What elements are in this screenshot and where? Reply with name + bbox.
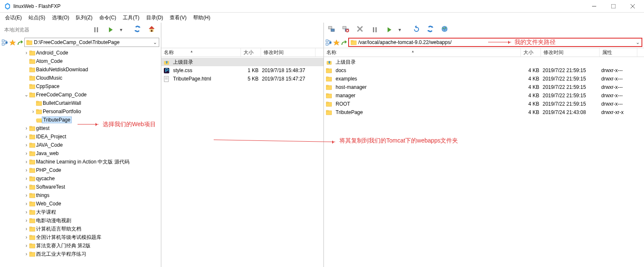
menu-item[interactable]: 查看(V) [167,13,189,22]
file-row[interactable]: style.css1 KB2019/7/18 15:48:37 [161,66,323,75]
tree-node[interactable]: ›Java_web [0,149,161,158]
menu-item[interactable]: 选项(O) [49,13,72,22]
tree-expander[interactable]: › [23,251,29,257]
tree-node[interactable]: ›gittest [0,124,161,132]
globe-button[interactable] [440,24,451,36]
refresh2-button-right[interactable] [425,24,437,36]
tree-expander[interactable]: › [23,218,29,223]
tree-node[interactable]: BulletCurtainWall [0,99,161,107]
menu-item[interactable]: 会话(E) [3,13,24,22]
tree-icon[interactable] [2,39,8,45]
minimize-button[interactable] [585,0,604,13]
tree-node[interactable]: ›JAVA_Code [0,141,161,149]
col-attrs[interactable]: 属性 [600,48,637,57]
tree-node[interactable]: ›全国计算机等级考试模拟题库 [0,233,161,241]
tree-expander[interactable]: › [23,234,29,240]
menu-item[interactable]: 帮助(H) [191,13,213,22]
tree-expander[interactable]: › [23,50,29,56]
tree-node[interactable]: ›PHP_Code [0,166,161,174]
tree-node[interactable]: ›Web_Code [0,200,161,208]
tree-expander[interactable]: › [23,125,29,131]
tree-expander[interactable]: › [23,184,29,190]
disconnect-button[interactable] [341,24,352,36]
menu-item[interactable]: 工具(T) [120,13,142,22]
favorite-icon[interactable] [333,39,339,45]
back-icon[interactable] [341,39,347,45]
tree-expander[interactable]: › [23,150,29,156]
local-file-list[interactable]: 上级目录style.css1 KB2019/7/18 15:48:37Tribu… [161,57,323,267]
tree-node[interactable]: ›things [0,191,161,200]
tree-node[interactable]: ›qycache [0,174,161,183]
abort-button[interactable] [355,24,367,36]
tree-node[interactable]: ›西北工业大学程序练习 [0,250,161,258]
tree-node[interactable]: ›Android_Code [0,49,161,57]
remote-file-list[interactable]: 上级目录docs4 KB2019/7/22 21:59:15drwxr-x---… [324,57,644,267]
file-row[interactable]: docs4 KB2019/7/22 21:59:15drwxr-x--- [324,66,644,75]
tree-node[interactable]: ›Machine Learning in Action 中文版 源代码 [0,158,161,166]
tree-expander[interactable]: › [23,192,29,198]
play-button-left[interactable] [105,24,116,36]
file-row[interactable]: manager4 KB2019/7/22 21:59:15drwxr-x--- [324,91,644,100]
local-path-dropdown[interactable]: D:\FreeCodeCamp_Code\TributePage ⌄ [24,38,159,47]
remote-path-dropdown[interactable]: /var/local/apache-tomcat-9.0.22/webapps/… [348,38,642,47]
tree-node[interactable]: TributePage [0,116,161,124]
tree-expander[interactable]: › [23,134,29,140]
menu-item[interactable]: 目录(D) [144,13,166,22]
file-row[interactable]: examples4 KB2019/7/22 21:59:15drwxr-x--- [324,75,644,83]
up-dir-row[interactable]: 上级目录 [161,58,323,66]
menu-item[interactable]: 命令(C) [97,13,119,22]
connect-button[interactable] [326,24,338,36]
file-row[interactable]: ROOT4 KB2019/7/22 21:59:15drwxr-x--- [324,100,644,108]
home-button-left[interactable] [147,24,158,36]
close-button[interactable] [623,0,642,13]
maximize-button[interactable] [604,0,623,13]
tree-node[interactable]: CloudMusic [0,74,161,82]
tree-node[interactable]: ›算法竞赛入门经典 第2版 [0,241,161,250]
pause-button-left[interactable] [91,24,102,36]
tree-expander[interactable]: › [23,226,29,232]
tree-node[interactable]: ›SoftwareTest [0,183,161,191]
chevron-down-icon[interactable]: ▾ [119,27,123,33]
up-dir-row[interactable]: 上级目录 [324,58,644,66]
tree-expander[interactable]: ⌄ [23,92,29,98]
tree-expander[interactable]: › [23,167,29,173]
file-row[interactable]: TributePage.html5 KB2019/7/18 15:47:27 [161,75,323,83]
back-icon[interactable] [17,39,23,45]
favorite-icon[interactable] [9,39,15,45]
tree-expander[interactable]: › [23,209,29,215]
file-row[interactable]: host-manager4 KB2019/7/22 21:59:15drwxr-… [324,83,644,91]
tree-node[interactable]: ›PersonalPortfolio [0,107,161,116]
tree-node[interactable]: ›电影动漫电视剧 [0,216,161,225]
tree-node[interactable]: ›IDEA_Project [0,132,161,141]
tree-expander[interactable]: › [23,243,29,249]
tree-expander[interactable]: › [23,201,29,207]
folder-tree[interactable]: ›Android_CodeAtom_CodeBaiduNetdiskDownlo… [0,48,161,267]
pause-button-right[interactable] [369,24,381,36]
local-file-header[interactable]: 名称 大小 修改时间 ▴ [161,48,323,57]
tree-expander[interactable]: › [30,109,36,114]
tree-node[interactable]: ⌄FreeCodeCamp_Code [0,91,161,99]
chevron-down-icon[interactable]: ▾ [398,27,402,33]
file-row[interactable]: TributePage4 KB2019/7/24 21:43:08drwxr-x… [324,108,644,117]
tree-expander[interactable]: › [23,159,29,165]
tree-node[interactable]: Atom_Code [0,57,161,65]
tree-node[interactable]: ›计算机语言帮助文档 [0,225,161,233]
tree-expander[interactable]: › [23,142,29,148]
remote-file-header[interactable]: 名称 大小 修改时间 属性 ▴ [324,48,644,57]
col-size[interactable]: 大小 [241,48,261,57]
col-name[interactable]: 名称 [324,48,521,57]
refresh-button-left[interactable] [132,24,144,36]
tree-node[interactable]: ›大学课程 [0,208,161,216]
tree-node[interactable]: CppSpace [0,82,161,91]
col-size[interactable]: 大小 [521,48,541,57]
menu-item[interactable]: 站点(S) [26,13,48,22]
menu-item[interactable]: 队列(Z) [73,13,95,22]
tree-icon[interactable] [326,39,331,45]
col-modified[interactable]: 修改时间 [541,48,600,57]
tree-node[interactable]: BaiduNetdiskDownload [0,65,161,74]
col-modified[interactable]: 修改时间 [261,48,316,57]
refresh-button-right[interactable] [411,24,423,36]
tree-expander[interactable]: › [23,176,29,181]
col-name[interactable]: 名称 [161,48,241,57]
play-button-right[interactable] [383,24,395,36]
